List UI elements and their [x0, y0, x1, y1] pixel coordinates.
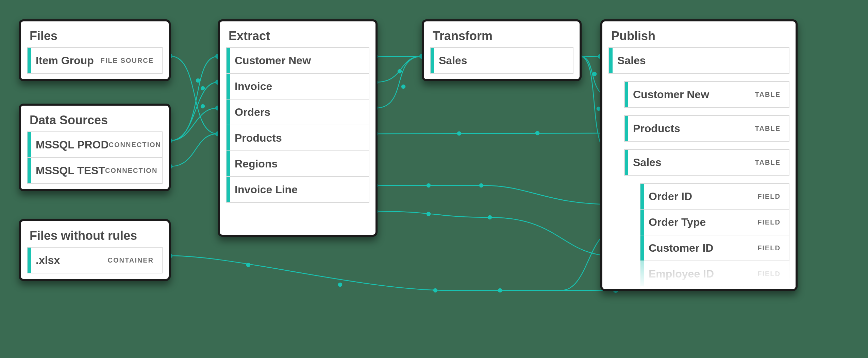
row-label: Sales — [439, 54, 467, 67]
row-label: Employee ID — [649, 268, 714, 280]
row-extract-invoice[interactable]: Invoice — [226, 73, 369, 100]
row-label: Regions — [235, 158, 278, 170]
row-tag: TABLE — [755, 159, 781, 166]
row-accent — [227, 125, 230, 150]
svg-point-23 — [480, 184, 483, 187]
row-mssql-prod[interactable]: MSSQL PROD CONNECTION — [27, 131, 163, 158]
row-extract-customer-new[interactable]: Customer New — [226, 47, 369, 74]
row-label: Products — [633, 122, 680, 135]
row-accent — [227, 74, 230, 99]
row-accent — [625, 150, 628, 175]
row-label: Orders — [235, 106, 270, 119]
svg-point-18 — [457, 132, 461, 135]
row-accent — [609, 48, 613, 73]
row-tag: FIELD — [757, 270, 781, 278]
row-label: Invoice — [235, 80, 272, 93]
svg-point-2 — [196, 79, 200, 82]
row-extract-products[interactable]: Products — [226, 125, 369, 151]
svg-point-26 — [427, 212, 430, 216]
row-tag: FIELD — [757, 193, 781, 200]
panel-files-without-rules: Files without rules .xlsx CONTAINER — [19, 219, 171, 281]
row-extract-orders[interactable]: Orders — [226, 99, 369, 125]
row-publish-customer-id[interactable]: Customer ID FIELD — [640, 235, 789, 261]
row-label: Item Group — [36, 54, 94, 67]
row-label: Customer ID — [649, 242, 713, 254]
row-xlsx[interactable]: .xlsx CONTAINER — [27, 247, 163, 273]
row-label: .xlsx — [36, 254, 60, 267]
row-publish-order-type[interactable]: Order Type FIELD — [640, 209, 789, 235]
panel-files: Files Item Group FILE SOURCE — [19, 19, 171, 81]
row-tag: CONNECTION — [105, 167, 157, 175]
row-accent — [28, 48, 31, 73]
panel-title-files-without-rules: Files without rules — [27, 227, 163, 248]
svg-point-33 — [597, 107, 600, 110]
row-label: Customer New — [235, 54, 311, 67]
svg-point-22 — [427, 184, 430, 187]
row-publish-customer-new[interactable]: Customer New TABLE — [624, 81, 789, 108]
row-accent — [640, 261, 644, 286]
panel-publish: Publish Sales Customer New TABLE Product… — [600, 19, 798, 291]
svg-point-14 — [398, 70, 401, 73]
row-tag: FIELD — [757, 218, 781, 226]
row-tag: FILE SOURCE — [101, 57, 154, 65]
row-publish-sales[interactable]: Sales — [608, 47, 789, 74]
row-label: Sales — [633, 156, 662, 169]
row-accent — [640, 184, 644, 209]
panel-title-extract: Extract — [226, 28, 369, 48]
row-accent — [28, 158, 31, 183]
row-accent — [640, 235, 644, 261]
row-label: MSSQL TEST — [36, 164, 105, 177]
row-publish-order-id[interactable]: Order ID FIELD — [640, 183, 789, 210]
row-accent — [227, 100, 230, 125]
row-files-item-group[interactable]: Item Group FILE SOURCE — [27, 47, 163, 74]
row-label: Invoice Line — [235, 183, 298, 196]
panel-title-files: Files — [27, 28, 163, 48]
svg-point-31 — [593, 72, 596, 76]
row-accent — [431, 48, 434, 73]
row-tag: CONNECTION — [109, 141, 161, 149]
row-tag: FIELD — [757, 244, 781, 252]
row-tag: TABLE — [755, 125, 781, 132]
svg-point-37 — [338, 283, 342, 286]
svg-point-6 — [201, 87, 204, 90]
row-accent — [640, 210, 644, 235]
svg-point-19 — [536, 131, 539, 135]
row-transform-sales[interactable]: Sales — [430, 47, 573, 74]
row-label: MSSQL PROD — [36, 139, 109, 151]
svg-point-39 — [498, 289, 502, 292]
row-label: Sales — [617, 54, 646, 67]
row-label: Customer New — [633, 88, 709, 101]
row-label: Order ID — [649, 190, 692, 203]
panel-title-transform: Transform — [430, 28, 573, 48]
row-tag: CONTAINER — [108, 256, 154, 264]
row-accent — [625, 82, 628, 107]
panel-data-sources: Data Sources MSSQL PROD CONNECTION MSSQL… — [19, 104, 171, 191]
panel-transform: Transform Sales — [422, 19, 582, 81]
row-label: Products — [235, 132, 282, 144]
row-publish-employee-id[interactable]: Employee ID FIELD — [640, 261, 789, 287]
svg-point-15 — [402, 85, 405, 88]
row-accent — [227, 48, 230, 73]
row-extract-regions[interactable]: Regions — [226, 150, 369, 177]
panel-extract: Extract Customer New Invoice Orders Prod… — [218, 19, 378, 237]
row-extract-invoice-line[interactable]: Invoice Line — [226, 176, 369, 203]
row-accent — [227, 151, 230, 176]
row-accent — [28, 132, 31, 157]
row-accent — [625, 116, 628, 141]
panel-title-publish: Publish — [608, 28, 789, 48]
svg-point-27 — [488, 216, 491, 219]
row-accent — [227, 177, 230, 202]
panel-title-data-sources: Data Sources — [27, 112, 163, 132]
svg-point-3 — [201, 105, 204, 108]
row-tag: TABLE — [755, 91, 781, 99]
svg-point-38 — [434, 289, 437, 292]
row-publish-sales-table[interactable]: Sales TABLE — [624, 149, 789, 176]
row-mssql-test[interactable]: MSSQL TEST CONNECTION — [27, 157, 163, 184]
row-publish-products[interactable]: Products TABLE — [624, 115, 789, 142]
svg-point-36 — [247, 263, 250, 267]
row-accent — [28, 248, 31, 273]
row-label: Order Type — [649, 216, 706, 229]
